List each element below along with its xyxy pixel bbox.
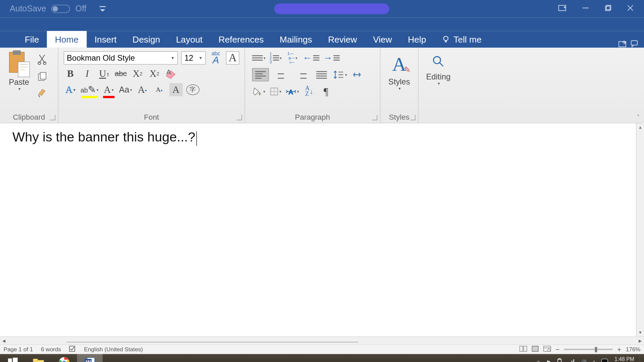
tab-file[interactable]: File (17, 31, 47, 48)
volume-icon[interactable]: 🔊 (580, 359, 587, 362)
scroll-down-icon[interactable]: ▼ (637, 328, 644, 337)
grow-font-button[interactable]: A▴ (136, 83, 149, 97)
wifi-icon[interactable] (568, 359, 575, 362)
zoom-thumb[interactable] (595, 347, 597, 352)
collapse-ribbon-icon[interactable]: ˄ (637, 114, 640, 120)
battery-icon[interactable] (556, 358, 562, 362)
styles-gallery-icon[interactable]: A✎ (392, 53, 406, 75)
asian-layout-button[interactable]: A▾ (286, 85, 299, 98)
tell-me-search[interactable]: Tell me (434, 31, 489, 48)
zoom-in-button[interactable]: + (617, 346, 621, 354)
tab-layout[interactable]: Layout (168, 31, 211, 48)
font-size-combo[interactable]: 12▼ (181, 51, 206, 65)
clear-formatting-button[interactable]: abcA (209, 51, 223, 65)
numbering-button[interactable]: 123▾ (269, 51, 282, 65)
decrease-indent-button[interactable]: ← (303, 51, 319, 65)
dialog-launcher-icon[interactable] (372, 115, 377, 120)
scroll-left-icon[interactable]: ◀ (0, 338, 8, 343)
align-center-button[interactable] (272, 68, 289, 81)
share-icon[interactable] (619, 40, 628, 48)
highlight-button[interactable]: ab✎▾ (80, 83, 99, 97)
tab-review[interactable]: Review (320, 31, 365, 48)
taskbar-clock[interactable]: 1:48 PM 4/6/2018 (613, 356, 634, 362)
cut-icon[interactable] (38, 54, 47, 65)
eraser-icon[interactable]: A (165, 67, 178, 80)
shrink-font-button[interactable]: A▴ (153, 83, 166, 97)
paste-button[interactable]: Paste ▼ (4, 50, 35, 112)
show-hide-button[interactable]: ¶ (319, 85, 333, 98)
action-center-icon[interactable]: ⚑ (546, 359, 551, 362)
dialog-launcher-icon[interactable] (410, 115, 415, 120)
word-count[interactable]: 6 words (41, 346, 61, 353)
language-status[interactable]: English (United States) (84, 346, 143, 353)
read-mode-icon[interactable] (519, 346, 527, 353)
font-color-button[interactable]: A▾ (102, 83, 115, 97)
tab-design[interactable]: Design (124, 31, 168, 48)
sort-button[interactable]: AZ↓ (303, 85, 316, 98)
underline-button[interactable]: U▾ (97, 67, 111, 80)
show-desktop-button[interactable] (640, 354, 642, 362)
file-explorer-icon[interactable] (25, 354, 51, 362)
bold-button[interactable]: B (64, 67, 77, 80)
shading-button[interactable]: ▾ (252, 85, 266, 98)
tab-references[interactable]: References (211, 31, 272, 48)
increase-indent-button[interactable]: → (323, 51, 340, 65)
borders-button[interactable]: ▾ (269, 85, 282, 98)
format-painter-icon[interactable] (37, 87, 48, 98)
notification-icon[interactable] (601, 358, 608, 362)
horizontal-scrollbar[interactable]: ◀ ▶ (0, 337, 644, 345)
justify-button[interactable] (313, 68, 330, 81)
scroll-up-icon[interactable]: ▲ (637, 123, 644, 131)
tray-overflow-icon[interactable]: ▲ (526, 360, 531, 362)
print-layout-icon[interactable] (532, 346, 539, 353)
tab-mailings[interactable]: Mailings (272, 31, 320, 48)
maximize-button[interactable] (605, 5, 611, 13)
distributed-button[interactable] (350, 68, 364, 81)
input-indicator[interactable]: A (592, 359, 596, 362)
document-page[interactable]: Why is the banner this huge...? (0, 123, 636, 337)
tab-home[interactable]: Home (47, 31, 87, 48)
zoom-level[interactable]: 176% (626, 346, 641, 353)
web-layout-icon[interactable] (543, 346, 551, 353)
subscript-button[interactable]: X2 (131, 67, 144, 80)
zoom-out-button[interactable]: − (555, 346, 559, 354)
align-right-button[interactable] (293, 68, 310, 81)
weather-icon[interactable]: ☀ (536, 359, 541, 362)
text-effects-button[interactable]: A▾ (64, 83, 77, 97)
chrome-icon[interactable] (51, 354, 77, 362)
close-button[interactable] (627, 5, 633, 13)
scroll-thumb[interactable] (66, 342, 358, 343)
ribbon-display-options-icon[interactable] (558, 5, 566, 13)
align-left-button[interactable] (252, 68, 269, 81)
proofing-icon[interactable] (69, 346, 76, 353)
enclose-characters-button[interactable]: 字 (186, 84, 200, 95)
bullets-button[interactable]: ▾ (252, 51, 266, 65)
start-button[interactable] (0, 354, 25, 362)
scroll-right-icon[interactable]: ▶ (636, 338, 644, 343)
word-icon[interactable]: W (77, 354, 102, 362)
page-count[interactable]: Page 1 of 1 (4, 346, 33, 353)
copy-icon[interactable] (38, 72, 47, 81)
vertical-scrollbar[interactable]: ▲ ▼ (636, 123, 644, 337)
line-spacing-button[interactable]: ▾ (333, 68, 347, 81)
editing-button-label[interactable]: Editing (426, 72, 451, 82)
strikethrough-button[interactable]: abc (114, 67, 127, 80)
dialog-launcher-icon[interactable] (50, 115, 55, 120)
italic-button[interactable]: I (80, 67, 94, 80)
zoom-slider[interactable] (564, 349, 613, 350)
tab-view[interactable]: View (365, 31, 400, 48)
character-shading-button[interactable]: A (169, 83, 183, 97)
phonetic-guide-button[interactable]: A (226, 51, 239, 65)
comments-icon[interactable] (631, 40, 639, 48)
find-icon[interactable] (432, 55, 445, 68)
dialog-launcher-icon[interactable] (237, 115, 242, 120)
styles-button-label[interactable]: Styles (388, 77, 410, 87)
font-name-combo[interactable]: Bookman Old Style▼ (64, 51, 178, 65)
tab-insert[interactable]: Insert (87, 31, 124, 48)
minimize-button[interactable] (582, 5, 589, 13)
change-case-button[interactable]: Aa▾ (119, 83, 132, 97)
qat-customize-button[interactable] (100, 6, 106, 11)
autosave-toggle[interactable]: AutoSave Off (10, 4, 87, 14)
multilevel-list-button[interactable]: 1— a— i—▾ (286, 51, 299, 65)
superscript-button[interactable]: X2 (148, 67, 161, 80)
